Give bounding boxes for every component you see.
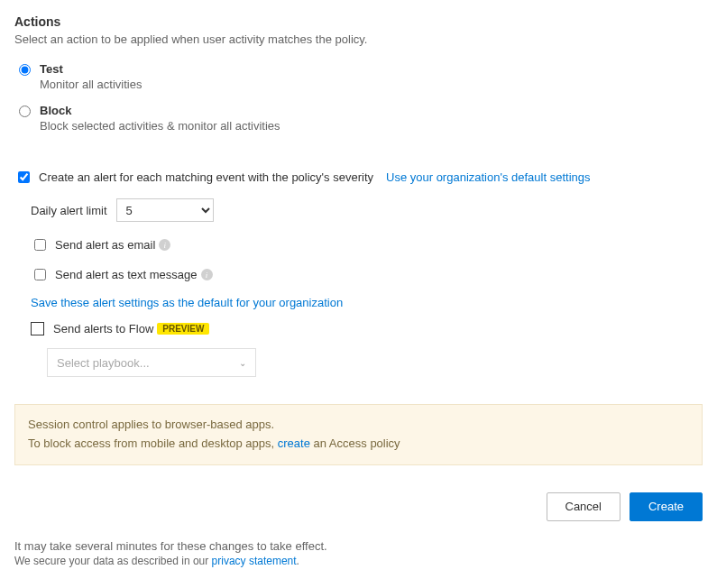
info-icon: i [201, 269, 213, 280]
create-access-policy-link[interactable]: create [278, 436, 310, 450]
send-text-row: Send alert as text message i [31, 266, 703, 283]
save-defaults-link[interactable]: Save these alert settings as the default… [31, 296, 343, 309]
send-email-checkbox[interactable] [34, 239, 46, 251]
banner-line2: To block access from mobile and desktop … [28, 435, 689, 454]
daily-limit-row: Daily alert limit 5 [31, 198, 703, 222]
send-flow-label: Send alerts to Flow [53, 322, 153, 335]
actions-heading: Actions [14, 14, 703, 29]
button-row: Cancel Create [14, 492, 703, 521]
create-button[interactable]: Create [630, 492, 703, 521]
action-test-row[interactable]: Test Monitor all activities [14, 62, 703, 91]
create-alert-label: Create an alert for each matching event … [39, 170, 373, 184]
footer-privacy: We secure your data as described in our … [14, 555, 703, 567]
daily-limit-label: Daily alert limit [31, 204, 107, 217]
action-test-radio[interactable] [19, 64, 31, 76]
send-flow-row: Send alerts to Flow PREVIEW [31, 322, 703, 335]
daily-limit-select[interactable]: 5 [116, 198, 214, 222]
info-icon: i [159, 239, 170, 251]
cancel-button[interactable]: Cancel [547, 492, 620, 521]
privacy-statement-link[interactable]: privacy statement [212, 555, 297, 567]
action-block-sub: Block selected activities & monitor all … [40, 119, 280, 133]
banner-line1: Session control applies to browser-based… [28, 416, 689, 435]
session-control-banner: Session control applies to browser-based… [14, 404, 703, 465]
send-flow-checkbox[interactable] [31, 322, 44, 335]
banner-line2-post: an Access policy [310, 436, 400, 450]
action-block-label: Block [40, 104, 280, 117]
send-text-label: Send alert as text message [55, 268, 198, 281]
action-test-sub: Monitor all activities [40, 78, 142, 91]
send-email-row: Send alert as email i [31, 236, 703, 253]
footer-privacy-post: . [297, 555, 299, 567]
action-block-row[interactable]: Block Block selected activities & monito… [14, 104, 703, 133]
action-test-label: Test [40, 62, 142, 76]
send-email-label: Send alert as email [55, 238, 155, 252]
send-text-checkbox[interactable] [34, 269, 46, 280]
preview-badge: PREVIEW [157, 323, 209, 335]
banner-line2-pre: To block access from mobile and desktop … [28, 436, 278, 450]
actions-description: Select an action to be applied when user… [14, 32, 703, 46]
chevron-down-icon: ⌄ [239, 358, 246, 368]
create-alert-checkbox[interactable] [18, 171, 30, 183]
playbook-placeholder: Select playbook... [57, 356, 150, 370]
footer-privacy-pre: We secure your data as described in our [14, 555, 212, 567]
create-alert-row: Create an alert for each matching event … [14, 169, 703, 186]
action-block-radio[interactable] [19, 106, 31, 117]
footer-note: It may take several minutes for these ch… [14, 539, 703, 553]
playbook-select[interactable]: Select playbook... ⌄ [47, 348, 256, 377]
use-default-settings-link[interactable]: Use your organization's default settings [386, 170, 591, 184]
